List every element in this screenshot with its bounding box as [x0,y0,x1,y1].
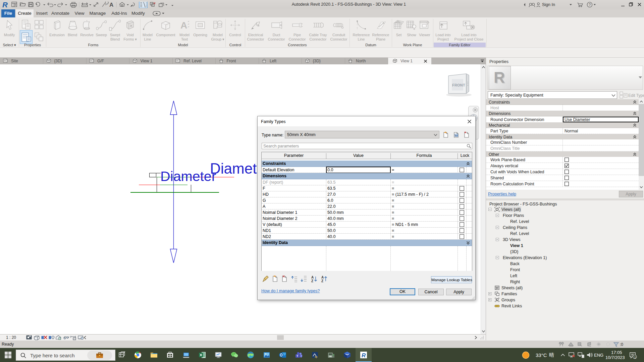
svg-text:?: ? [589,3,591,7]
svg-text:1: 1 [105,3,107,6]
svg-text:Z: Z [321,279,323,283]
svg-text:A: A [321,276,324,279]
svg-text:AI: AI [455,134,458,137]
svg-text:A: A [180,20,187,31]
svg-text::0: :0 [620,342,623,347]
svg-text:FRONT: FRONT [452,83,465,87]
svg-text:1: 1 [634,356,636,359]
svg-text:T: T [297,354,299,358]
svg-text:A: A [109,2,113,8]
svg-text:Sign In: Sign In [542,2,555,7]
svg-text:R: R [2,1,8,9]
svg-text:R: R [362,352,366,359]
svg-text:A: A [311,276,314,279]
svg-text:xp: xp [315,356,317,358]
svg-text:Z: Z [311,279,313,283]
